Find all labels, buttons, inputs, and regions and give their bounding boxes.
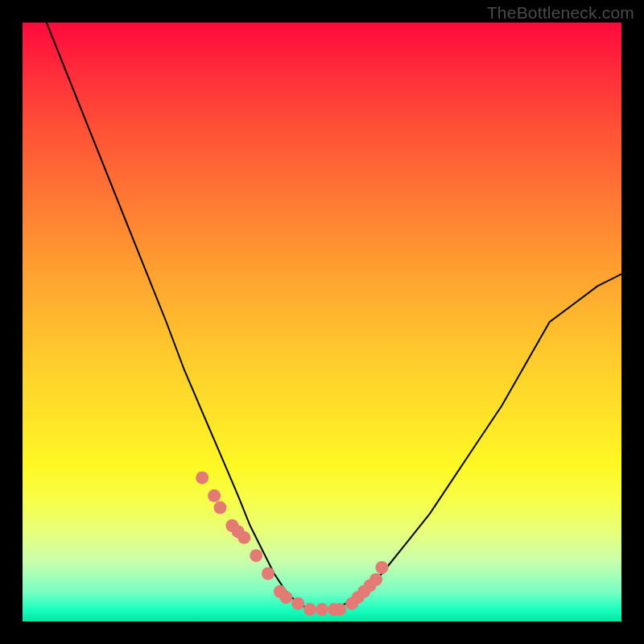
marker-point <box>369 573 382 586</box>
bottleneck-curve <box>47 23 621 609</box>
marker-point <box>196 471 208 484</box>
marker-point <box>291 597 304 610</box>
chart-frame <box>23 23 621 621</box>
marker-point <box>262 568 275 580</box>
marker-point <box>375 561 388 574</box>
marker-point <box>237 531 250 544</box>
marker-point <box>279 591 292 604</box>
watermark-text: TheBottleneck.com <box>487 3 634 23</box>
bottleneck-chart <box>23 23 621 621</box>
marker-point <box>333 603 346 616</box>
marker-point <box>316 603 328 616</box>
marker-point <box>303 603 316 616</box>
marker-point <box>214 502 227 514</box>
marker-group <box>196 471 388 616</box>
marker-point <box>250 549 262 562</box>
marker-point <box>208 489 221 502</box>
